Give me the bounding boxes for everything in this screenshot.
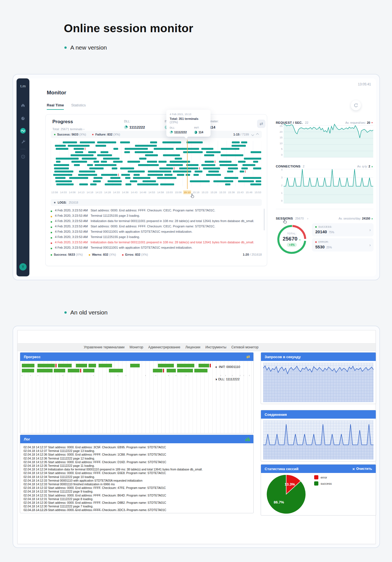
time-tick[interactable]: 14:33 [113, 190, 120, 194]
gantt-bar [108, 180, 122, 182]
clear-button[interactable]: ×Очистить [352, 467, 372, 471]
old-log-line: 02.04.18 14:12:34 Start address: 0000. E… [24, 471, 250, 475]
old-log-line: 02.04.18 14:12:37 Start address: 0000. E… [24, 446, 250, 449]
nav-item-1[interactable]: Монитор [130, 345, 143, 349]
old-log-title: Лог [24, 437, 30, 441]
time-tick[interactable]: 15:43 [236, 190, 244, 194]
gantt-bar [120, 141, 130, 143]
time-tick[interactable]: 15:53 [254, 190, 262, 194]
progress-total-link[interactable]: Total: 25671 terminals › [52, 127, 84, 131]
gantt-bar [238, 161, 246, 163]
time-tick[interactable]: 14:43 [130, 190, 138, 194]
info-icon[interactable] [17, 155, 29, 159]
error-card[interactable]: ERROR: 553025% › [312, 238, 374, 251]
pager-up-icon[interactable] [256, 133, 259, 136]
gantt-bar [241, 141, 247, 143]
gantt-bar [219, 161, 232, 163]
log-columns-icon[interactable] [245, 437, 250, 441]
time-tick[interactable]: 15:28 [210, 190, 218, 194]
gantt-bar [103, 158, 119, 160]
gantt-bar [190, 180, 210, 182]
pager-down-icon[interactable] [251, 133, 254, 136]
y-tick: 25 [276, 124, 283, 127]
request-sec-header: REQUEST / SEC.22 Av. request/sec: 20 ▼ [276, 120, 373, 125]
gantt-bar [251, 151, 262, 153]
gantt-bar [74, 148, 84, 150]
nav-item-0[interactable]: Управление терминалами [84, 345, 125, 349]
nav-item-3[interactable]: Лицензии [185, 345, 200, 349]
gantt-bar [93, 180, 101, 182]
old-log-line: 02.04.18 14:12:37 Terminal 11112222 page… [24, 449, 250, 453]
tab-real-time[interactable]: Real Time [47, 103, 64, 110]
gantt-bar [179, 167, 198, 169]
gantt-bar [150, 141, 157, 143]
gantt-bar [228, 167, 238, 169]
log-list: 4 Feb 2020, 3:23:53 AMStart address: 000… [51, 209, 258, 251]
time-tick[interactable]: 15:23 [201, 190, 209, 194]
time-tick[interactable]: 13:58 [51, 190, 59, 194]
nav-item-2[interactable]: Администрирование [148, 345, 180, 349]
swap-icon[interactable]: ⇄ [246, 354, 250, 359]
old-log-line: 02.04.18 14:12:33 Terminal 00001110 fini… [24, 482, 250, 486]
tab-statistics[interactable]: Statistics [71, 103, 86, 110]
bullet-new-version: A new version [64, 44, 107, 51]
old-requests-chart [263, 363, 374, 402]
footer-warns: Warns: 832 (X%) [89, 253, 116, 256]
old-error-mark [210, 364, 211, 367]
gantt-bar [134, 174, 140, 176]
time-tick[interactable]: 14:28 [104, 190, 111, 194]
time-tick[interactable]: 15:03 [165, 190, 173, 194]
time-tick[interactable]: 15:33 [219, 190, 227, 194]
gantt-bar [101, 161, 107, 163]
user-avatar[interactable]: T [19, 263, 27, 270]
gantt-bar [94, 177, 102, 179]
log-message: Terminal 111225155 page 3 loading. [90, 214, 140, 217]
time-tick[interactable]: 15:48 [245, 190, 253, 194]
old-axis-tick [126, 375, 126, 376]
time-tick[interactable]: 14:13 [77, 190, 85, 194]
close-icon: × [352, 467, 355, 471]
log-level-dot [51, 216, 52, 217]
home-icon[interactable] [17, 103, 29, 108]
old-log-line: 02.04.18 14:12:30 Start address: 0000. E… [24, 501, 250, 505]
y-tick: 0 [276, 153, 283, 156]
gantt-bar [164, 174, 172, 176]
time-tick[interactable]: 15:38 [227, 190, 235, 194]
tools-icon[interactable] [17, 139, 29, 144]
gantt-bar [127, 161, 140, 163]
time-tick[interactable]: 14:08 [68, 190, 76, 194]
time-tick[interactable]: 14:58 [157, 190, 165, 194]
success-card[interactable]: SUCCESS: 2014075% › [312, 223, 374, 236]
gantt-bar [203, 167, 220, 169]
gantt-bar [195, 171, 202, 172]
y-tick: 2 [276, 184, 283, 187]
gantt-bar [120, 167, 134, 169]
refresh-button[interactable] [351, 100, 361, 110]
gantt-bar [221, 148, 239, 150]
time-tick[interactable]: 14:03 [60, 190, 67, 194]
old-log-panel: Лог 02.04.18 14:12:37 Start address: 000… [20, 435, 254, 513]
monitor-icon[interactable] [17, 128, 29, 134]
dashboard-icon[interactable] [17, 116, 29, 121]
old-axis-tick [30, 375, 31, 376]
sessions-header[interactable]: SESSIONS25670 › Av. sessions/day: 24150 … [276, 216, 373, 221]
gantt-bar [147, 161, 157, 163]
gantt-bar [55, 180, 72, 182]
gantt-bar [113, 148, 118, 150]
gantt-bar [135, 145, 157, 147]
time-tick[interactable]: 14:23 [95, 190, 103, 194]
old-progress-bar [199, 364, 209, 367]
log-scrollbar[interactable] [264, 209, 265, 230]
swap-view-button[interactable]: ⇄ [257, 120, 265, 128]
nav-item-4[interactable]: Инструменты [205, 345, 226, 349]
connections-header: CONNECTIONS2 Av. q-ty: 2 ▲ [276, 164, 373, 169]
time-tick[interactable]: 15:08 [174, 190, 182, 194]
tab-bar: Real Time Statistics [47, 103, 86, 110]
time-tick[interactable]: 14:18 [86, 190, 94, 194]
nav-item-5[interactable]: Сетевой монитор [231, 345, 258, 349]
time-tick[interactable]: 14:48 [139, 190, 147, 194]
time-tick[interactable]: 14:53 [148, 190, 156, 194]
gantt-bar [204, 154, 214, 156]
time-tick[interactable]: 15:13 [183, 190, 191, 194]
time-tick[interactable]: 14:38 [121, 190, 129, 194]
